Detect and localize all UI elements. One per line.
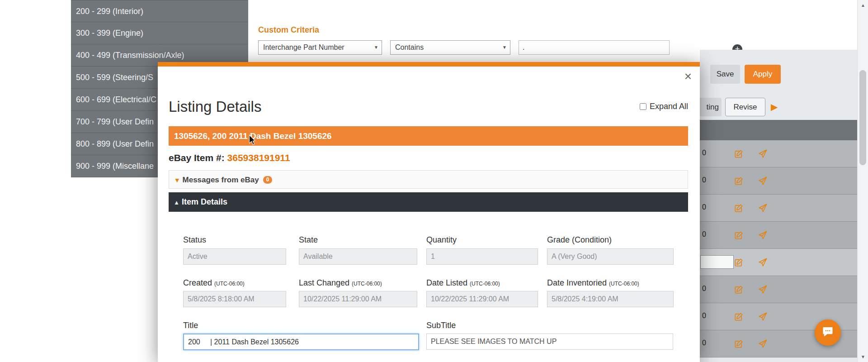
last-changed-label: Last Changed (UTC-06:00) [299,278,382,288]
table-row[interactable]: 0 [700,167,857,195]
scroll-down-icon[interactable]: ▼ [858,354,868,359]
edit-icon[interactable] [734,312,743,321]
modal-accent-bar [158,62,700,67]
row-inline-input[interactable] [700,255,734,269]
date-inventoried-field [547,291,674,307]
messages-section-header[interactable]: ▾Messages from eBay0 [169,170,688,189]
revise-button[interactable]: Revise [725,98,765,116]
date-listed-field [426,291,538,307]
send-listing-icon[interactable] [758,204,767,213]
apply-button[interactable]: Apply [745,65,781,84]
title-label: Title [183,321,198,330]
date-listed-tz: (UTC-06:00) [470,281,500,287]
chat-widget-button[interactable] [815,319,841,346]
criteria-value-input[interactable] [519,40,670,55]
edit-icon[interactable] [734,285,743,294]
custom-criteria-heading: Custom Criteria [258,25,319,35]
mouse-cursor [248,134,256,148]
sidebar-item-200-299[interactable]: 200 - 299 (Interior) [71,0,248,22]
listing-banner[interactable]: 1305626, 200 2011 Dash Bezel 1305626 [169,126,688,146]
date-inventoried-tz: (UTC-06:00) [609,281,639,287]
state-field [299,248,417,265]
date-listed-label-text: Date Listed [426,278,467,287]
table-row[interactable]: 0 [700,276,857,303]
ebay-item-line: eBay Item #: 365938191911 [169,152,290,163]
sidebar-item-300-399[interactable]: 300 - 399 (Engine) [71,22,248,44]
app-root: 200 - 299 (Interior) 300 - 399 (Engine) … [0,0,868,362]
page-scrollbar[interactable]: ▲ ▼ [857,0,868,362]
send-listing-icon[interactable] [758,176,767,186]
send-listing-icon[interactable] [758,231,767,240]
play-icon[interactable]: ▶ [771,101,778,112]
send-listing-icon[interactable] [758,258,767,267]
edit-icon[interactable] [734,149,743,158]
subtitle-label: SubTitle [426,321,456,330]
send-listing-icon[interactable] [758,339,767,348]
edit-icon[interactable] [734,339,743,348]
grade-label: Grade (Condition) [547,235,612,245]
created-field [183,291,286,307]
close-icon[interactable]: × [684,72,692,81]
chevron-down-icon: ▼ [502,41,507,54]
table-row[interactable]: 0 [700,195,857,222]
last-changed-tz: (UTC-06:00) [352,281,382,287]
edit-icon[interactable] [734,231,743,240]
expand-all-label: Expand All [650,102,688,111]
results-table-header [700,120,857,140]
criteria-operator-select[interactable]: Contains ▼ [390,40,510,55]
criteria-field-select[interactable]: Interchange Part Number ▼ [258,40,382,55]
row-value: 0 [702,230,706,238]
scrollbar-thumb[interactable] [859,70,866,165]
item-details-section-label: Item Details [182,197,227,206]
messages-count-badge: 0 [263,176,273,184]
created-tz: (UTC-06:00) [214,281,245,287]
expand-all-toggle[interactable]: Expand All [640,102,688,111]
date-listed-label: Date Listed (UTC-06:00) [426,278,500,288]
date-inventoried-label: Date Inventoried (UTC-06:00) [547,278,639,288]
last-changed-field [299,291,417,307]
send-listing-icon[interactable] [758,312,767,321]
row-value: 0 [702,203,706,211]
date-inventoried-label-text: Date Inventoried [547,278,607,287]
table-row[interactable]: 0 [700,140,857,167]
ebay-item-label: eBay Item #: [169,152,225,163]
title-input[interactable] [183,333,419,350]
edit-icon[interactable] [734,204,743,213]
send-listing-icon[interactable] [758,149,767,158]
chat-bubble-icon [821,325,834,340]
row-value: 0 [702,149,706,157]
table-row-highlighted[interactable] [700,249,857,276]
expand-all-checkbox[interactable] [640,103,646,110]
row-value: 0 [702,176,706,184]
grade-field [547,248,674,265]
send-listing-icon[interactable] [758,285,767,294]
listing-details-modal: × Listing Details Expand All 1305626, 20… [158,62,700,362]
criteria-operator-selected-value: Contains [395,41,424,54]
messages-section-label: Messages from eBay [183,176,259,184]
criteria-field-selected-value: Interchange Part Number [263,41,344,54]
listing-button-partial[interactable]: ting [698,98,722,116]
created-label: Created (UTC-06:00) [183,278,245,288]
subtitle-input[interactable] [426,333,673,350]
scroll-up-icon[interactable]: ▲ [858,3,868,8]
status-label: Status [183,235,206,245]
edit-icon[interactable] [734,176,743,186]
caret-up-icon: ▴ [175,199,178,206]
caret-down-icon: ▾ [175,176,179,184]
quantity-label: Quantity [426,235,457,245]
state-label: State [299,235,318,245]
created-label-text: Created [183,278,212,287]
chevron-down-icon: ▼ [374,41,378,54]
row-value: 0 [702,285,706,293]
save-button[interactable]: Save [710,65,740,84]
status-field [183,248,286,265]
item-details-section-header[interactable]: ▴Item Details [169,192,688,212]
row-value: 0 [702,312,706,320]
row-value: 0 [702,339,706,347]
table-row[interactable]: 0 [700,222,857,249]
last-changed-label-text: Last Changed [299,278,349,287]
ebay-item-number-link[interactable]: 365938191911 [227,152,290,163]
quantity-field [426,248,538,265]
modal-title: Listing Details [169,98,261,115]
edit-icon[interactable] [734,258,743,267]
